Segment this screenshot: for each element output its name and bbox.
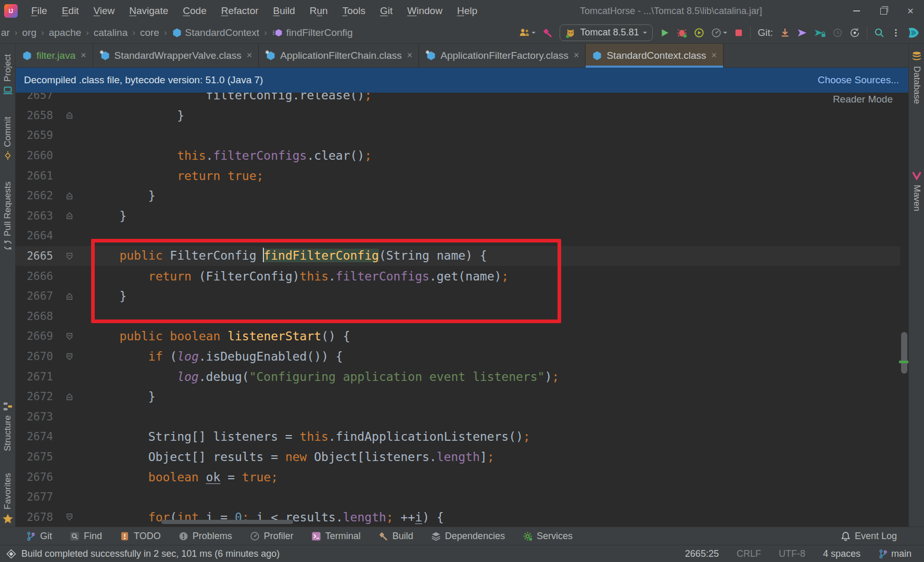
line-number: 2676	[16, 471, 53, 483]
stripe-item-project[interactable]: Project	[2, 54, 14, 96]
tab-applicationfilterfactory-class[interactable]: ApplicationFilterFactory.class×	[419, 44, 586, 67]
restore-button[interactable]	[870, 0, 897, 22]
stripe-item-pull-requests[interactable]: Pull Requests	[3, 182, 13, 250]
breadcrumb-item-standardcontext[interactable]: StandardContext	[172, 27, 260, 39]
tab-standardcontext-class[interactable]: StandardContext.class×	[586, 44, 724, 67]
search-icon	[874, 28, 884, 38]
close-button[interactable]: ✕	[897, 0, 924, 22]
fold-marker-icon[interactable]	[53, 211, 85, 220]
line-number: 2666	[16, 270, 53, 283]
run-button[interactable]	[660, 28, 670, 38]
menu-help[interactable]: Help	[451, 3, 484, 19]
close-icon[interactable]: ×	[247, 50, 252, 61]
toolwindow-button-build[interactable]: Build	[378, 531, 413, 542]
close-icon[interactable]: ×	[574, 50, 579, 61]
git-update-button[interactable]	[780, 28, 790, 38]
reader-mode-toggle[interactable]: Reader Mode	[833, 94, 893, 105]
breadcrumb-item-org[interactable]: org	[22, 27, 36, 39]
toolwindow-button-terminal[interactable]: Terminal	[311, 531, 361, 542]
toolwindow-button-dependencies[interactable]: Dependencies	[431, 531, 505, 542]
search-everywhere-button[interactable]	[874, 28, 884, 38]
menu-file[interactable]: File	[25, 3, 54, 19]
more-options-button[interactable]	[891, 28, 901, 38]
stripe-item-structure[interactable]: Structure	[3, 401, 13, 451]
tab-label: StandardContext.class	[606, 50, 706, 61]
token: filterConfig.release()	[91, 93, 364, 102]
menu-code[interactable]: Code	[176, 3, 212, 19]
tab-label: ApplicationFilterChain.class	[280, 50, 401, 61]
toolwindow-button-profiler[interactable]: Profiler	[250, 531, 294, 542]
menu-view[interactable]: View	[87, 3, 121, 19]
window-controls: ✕	[843, 0, 924, 22]
fold-marker-icon[interactable]	[53, 191, 85, 200]
toolwindow-button-find[interactable]: Find	[70, 531, 102, 542]
fold-marker-icon[interactable]	[53, 392, 85, 401]
fold-marker-icon[interactable]	[53, 332, 85, 341]
tab-filter-java[interactable]: filter.java×	[16, 44, 93, 67]
toolwindow-button-services[interactable]: Services	[523, 531, 573, 542]
menu-run[interactable]: Run	[303, 3, 334, 19]
run-with-coverage[interactable]	[694, 28, 704, 38]
stripe-item-maven[interactable]: Maven	[912, 171, 922, 211]
menu-tools[interactable]: Tools	[336, 3, 372, 19]
stripe-item-commit[interactable]: Commit	[3, 117, 13, 161]
tab-standardwrappervalve-class[interactable]: StandardWrapperValve.class×	[93, 44, 259, 67]
choose-sources-link[interactable]: Choose Sources...	[818, 74, 899, 86]
fold-marker-icon[interactable]	[53, 352, 85, 361]
token: String[] listeners =	[91, 430, 300, 443]
toolwindow-button-event-log[interactable]: Event Log	[841, 531, 897, 542]
local-history-button[interactable]	[832, 28, 843, 38]
code-line-2673: 2673	[16, 407, 900, 427]
toolwindow-button-problems[interactable]: Problems	[179, 531, 232, 542]
token	[199, 470, 206, 484]
status-message[interactable]: Build completed successfully in 2 sec, 1…	[21, 548, 280, 559]
menu-build[interactable]: Build	[267, 3, 301, 19]
indent-style-widget[interactable]: 4 spaces	[823, 548, 860, 559]
code-lines: 2657 filterConfig.release();2658 }265926…	[16, 93, 900, 527]
line-number: 2677	[16, 491, 53, 503]
close-icon[interactable]: ×	[81, 50, 86, 61]
menu-git[interactable]: Git	[374, 3, 399, 19]
collaboration-users[interactable]	[519, 28, 536, 37]
fold-marker-icon[interactable]	[53, 111, 85, 120]
fold-marker-icon[interactable]	[53, 513, 85, 521]
menu-edit[interactable]: Edit	[56, 3, 85, 19]
horizontal-scrollbar-thumb[interactable]	[161, 520, 293, 524]
profiler-button[interactable]	[711, 28, 727, 38]
git-push-protected-button[interactable]	[814, 28, 826, 38]
stripe-item-database[interactable]: Database	[911, 51, 922, 104]
debug-button[interactable]	[677, 28, 687, 38]
toolwindow-button-git[interactable]: Git	[26, 531, 52, 542]
code-editor[interactable]: 2657 filterConfig.release();2658 }265926…	[16, 93, 908, 527]
menu-navigate[interactable]: Navigate	[123, 3, 174, 19]
menu-refactor[interactable]: Refactor	[215, 3, 265, 19]
breadcrumb-item-findfilterconfig[interactable]: findFilterConfig	[272, 27, 353, 39]
file-encoding-widget[interactable]: UTF-8	[779, 548, 805, 559]
toolwindow-button-todo[interactable]: TODO	[120, 531, 161, 542]
token: (FilterConfig)	[192, 270, 300, 283]
line-separator-widget[interactable]: CRLF	[737, 548, 761, 559]
menu-window[interactable]: Window	[401, 3, 449, 19]
breadcrumb-item-catalina[interactable]: catalina	[94, 27, 128, 39]
token: boolean	[148, 470, 199, 484]
build-hammer[interactable]	[542, 28, 553, 38]
run-config-combo[interactable]: Tomcat 8.5.81	[560, 24, 653, 41]
close-icon[interactable]: ×	[407, 50, 413, 61]
revert-button[interactable]	[850, 28, 860, 38]
vertical-scrollbar-thumb[interactable]	[901, 332, 907, 374]
git-branch-widget[interactable]: main	[878, 548, 912, 559]
plugin-logo-button[interactable]	[907, 27, 920, 39]
git-push-button[interactable]	[797, 28, 807, 38]
fold-marker-icon[interactable]	[53, 292, 85, 301]
caret-position-widget[interactable]: 2665:25	[685, 548, 719, 559]
close-icon[interactable]: ×	[712, 50, 717, 61]
breadcrumb-item-core[interactable]: core	[140, 27, 159, 39]
token	[91, 350, 148, 363]
stripe-item-favorites[interactable]: Favorites	[2, 473, 14, 525]
breadcrumb-item-apache[interactable]: apache	[49, 27, 81, 39]
tab-applicationfilterchain-class[interactable]: ApplicationFilterChain.class×	[259, 44, 419, 67]
fold-marker-icon[interactable]	[53, 252, 85, 261]
stop-button[interactable]	[734, 28, 743, 37]
breadcrumb-item-ar[interactable]: ar	[1, 27, 10, 39]
minimize-button[interactable]	[843, 0, 870, 22]
